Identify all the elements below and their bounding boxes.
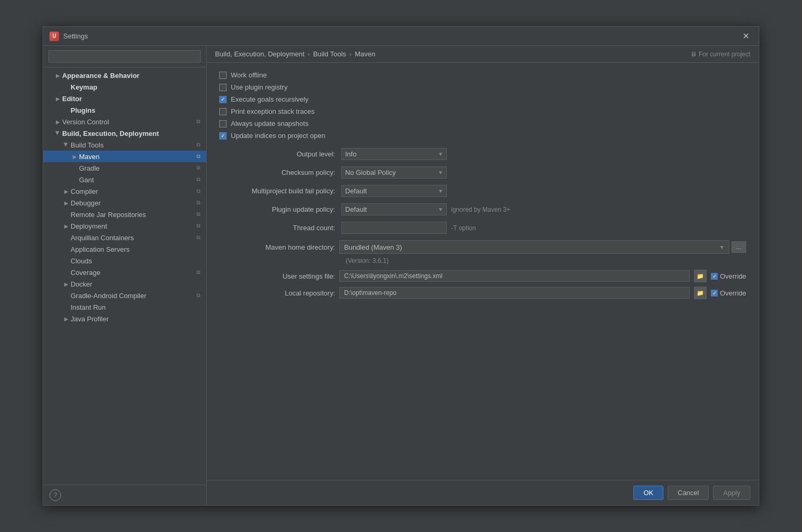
copy-icon: ⧉ <box>194 269 202 276</box>
help-button[interactable]: ? <box>50 489 61 501</box>
sidebar-item-deployment[interactable]: ▶ Deployment ⧉ <box>43 220 206 232</box>
dropdown-arrow-icon: ▼ <box>438 151 443 157</box>
sidebar-item-remote-jar[interactable]: Remote Jar Repositories ⧉ <box>43 209 206 220</box>
right-panel: Build, Execution, Deployment › Build Too… <box>207 46 759 505</box>
user-settings-label: User settings file: <box>219 272 335 280</box>
checkbox-row-update-indices: Update indices on project open <box>219 132 746 140</box>
ok-button[interactable]: OK <box>633 486 663 500</box>
maven-home-input[interactable]: Bundled (Maven 3) ▼ <box>339 240 729 254</box>
sidebar-item-label: Gradle <box>79 164 194 172</box>
local-repo-override-checkbox[interactable] <box>711 290 718 297</box>
sidebar-tree: ▶ Appearance & Behavior ▶ Keymap ▶ Edito… <box>43 67 206 485</box>
sidebar-item-label: Gradle-Android Compiler <box>71 292 194 300</box>
output-level-row: Output level: Info ▼ <box>219 148 746 160</box>
copy-icon: ⧉ <box>194 222 202 230</box>
thread-count-input[interactable] <box>341 222 447 234</box>
copy-icon: ⧉ <box>194 164 202 172</box>
sidebar-item-debugger[interactable]: ▶ Debugger ⧉ <box>43 197 206 209</box>
multiproject-policy-value: Default <box>345 187 367 195</box>
cancel-button[interactable]: Cancel <box>668 486 709 500</box>
print-exceptions-checkbox[interactable] <box>219 108 227 115</box>
sidebar-bottom: ? <box>43 485 206 505</box>
monitor-icon: 🖥 <box>690 51 697 58</box>
multiproject-policy-label: Multiproject build fail policy: <box>219 187 335 195</box>
always-update-checkbox[interactable] <box>219 120 227 127</box>
user-settings-browse-button[interactable]: 📁 <box>694 270 707 282</box>
apply-button[interactable]: Apply <box>713 486 750 500</box>
use-plugin-registry-checkbox[interactable] <box>219 84 227 91</box>
sidebar-item-label: Deployment <box>71 222 194 230</box>
sidebar-item-gant[interactable]: Gant ⧉ <box>43 174 206 185</box>
sidebar-item-instant-run[interactable]: Instant Run <box>43 301 206 313</box>
sidebar-item-version-control[interactable]: ▶ Version Control ⧉ <box>43 116 206 127</box>
copy-icon: ⧉ <box>194 211 202 218</box>
plugin-update-policy-select[interactable]: Default ▼ <box>341 203 447 215</box>
user-settings-override-checkbox[interactable] <box>711 273 718 280</box>
multiproject-policy-select[interactable]: Default ▼ <box>341 185 447 197</box>
sidebar-item-gradle-android[interactable]: Gradle-Android Compiler ⧉ <box>43 290 206 301</box>
dialog-footer: OK Cancel Apply <box>207 480 759 505</box>
sidebar-item-label: Coverage <box>71 269 194 277</box>
settings-dialog: U Settings ✕ ▶ Appearance & Behavior ▶ K… <box>43 26 759 506</box>
sidebar-item-maven[interactable]: ▶ Maven ⧉ <box>43 151 206 162</box>
checksum-policy-value: No Global Policy <box>345 169 396 176</box>
checkbox-row-always-update: Always update snapshots <box>219 120 746 127</box>
sidebar-item-label: Maven <box>79 153 194 161</box>
local-repo-browse-button[interactable]: 📁 <box>694 287 707 299</box>
arrow-icon: ▶ <box>54 94 62 103</box>
copy-icon: ⧉ <box>194 199 202 206</box>
checksum-policy-select[interactable]: No Global Policy ▼ <box>341 166 447 179</box>
sidebar-item-keymap[interactable]: ▶ Keymap <box>43 81 206 93</box>
app-icon: U <box>50 32 59 41</box>
plugin-update-hint: ignored by Maven 3+ <box>451 206 510 213</box>
arrow-icon: ▶ <box>54 129 62 137</box>
sidebar-item-plugins[interactable]: Plugins <box>43 104 206 116</box>
work-offline-label: Work offline <box>231 71 267 79</box>
thread-count-label: Thread count: <box>219 224 335 232</box>
copy-icon: ⧉ <box>194 176 202 183</box>
output-level-label: Output level: <box>219 150 335 158</box>
local-repo-row: Local repository: 📁 Override <box>219 287 746 299</box>
sidebar-item-compiler[interactable]: ▶ Compiler ⧉ <box>43 185 206 197</box>
sidebar-item-java-profiler[interactable]: ▶ Java Profiler <box>43 313 206 324</box>
local-repo-input[interactable] <box>339 287 690 299</box>
dropdown-arrow-icon: ▼ <box>438 206 443 212</box>
sidebar-item-gradle[interactable]: Gradle ⧉ <box>43 162 206 174</box>
search-input[interactable] <box>48 50 201 63</box>
plugin-update-policy-row: Plugin update policy: Default ▼ ignored … <box>219 203 746 215</box>
sidebar-item-clouds[interactable]: Clouds <box>43 255 206 267</box>
plugin-update-policy-control: Default ▼ ignored by Maven 3+ <box>341 203 746 215</box>
sidebar-item-label: Appearance & Behavior <box>62 72 202 80</box>
sidebar-item-coverage[interactable]: Coverage ⧉ <box>43 267 206 278</box>
user-settings-input[interactable] <box>339 270 690 282</box>
output-level-select[interactable]: Info ▼ <box>341 148 447 160</box>
sidebar-item-editor[interactable]: ▶ Editor <box>43 93 206 104</box>
arrow-icon: ▶ <box>62 187 71 195</box>
arrow-icon: ▶ <box>62 141 71 149</box>
dialog-title: Settings <box>63 32 88 40</box>
sidebar-item-label: Editor <box>62 95 202 103</box>
sidebar-item-appearance[interactable]: ▶ Appearance & Behavior <box>43 70 206 81</box>
plugin-update-policy-label: Plugin update policy: <box>219 205 335 213</box>
sidebar-item-docker[interactable]: ▶ Docker <box>43 278 206 290</box>
dropdown-arrow-icon: ▼ <box>438 188 443 194</box>
work-offline-checkbox[interactable] <box>219 72 227 79</box>
maven-home-browse-button[interactable]: ... <box>731 241 746 253</box>
user-settings-row: User settings file: 📁 Override <box>219 270 746 282</box>
checkbox-row-use-plugin: Use plugin registry <box>219 83 746 91</box>
close-button[interactable]: ✕ <box>739 30 752 42</box>
copy-icon: ⧉ <box>194 141 202 149</box>
copy-icon: ⧉ <box>194 234 202 241</box>
sidebar-item-arquillian[interactable]: Arquillian Containers ⧉ <box>43 232 206 243</box>
local-repo-label: Local repository: <box>219 289 335 297</box>
sidebar-item-build-tools[interactable]: ▶ Build Tools ⧉ <box>43 139 206 151</box>
sidebar-item-app-servers[interactable]: Application Servers <box>43 243 206 255</box>
execute-goals-checkbox[interactable] <box>219 96 227 103</box>
dropdown-arrow-icon: ▼ <box>438 170 443 175</box>
update-indices-checkbox[interactable] <box>219 132 227 140</box>
output-level-control: Info ▼ <box>341 148 746 160</box>
arrow-icon: ▶ <box>62 222 71 230</box>
maven-home-value: Bundled (Maven 3) <box>344 243 717 251</box>
sidebar-item-build-exec[interactable]: ▶ Build, Execution, Deployment <box>43 127 206 139</box>
search-box <box>43 46 206 67</box>
